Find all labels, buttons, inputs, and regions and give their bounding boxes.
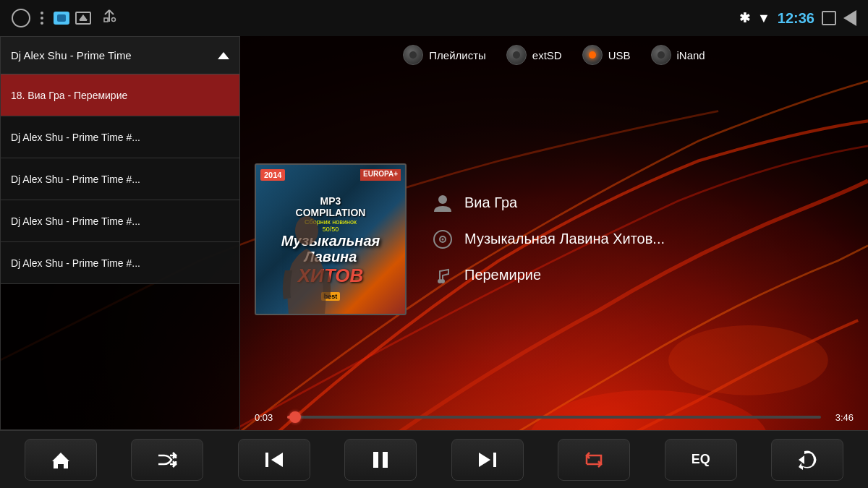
svg-rect-20 (383, 452, 388, 468)
svg-point-10 (295, 216, 318, 245)
svg-rect-19 (373, 452, 378, 468)
note-icon (431, 264, 454, 287)
app-icons (54, 12, 91, 25)
current-time: 0:03 (255, 412, 280, 423)
circle-icon (12, 9, 30, 27)
person-icon (431, 192, 454, 215)
main-content: Dj Alex Shu - Prime Time 18. Виа Гра - П… (0, 36, 868, 430)
eq-button[interactable]: EQ (665, 439, 737, 481)
repeat-button[interactable] (558, 439, 630, 481)
next-button[interactable] (451, 439, 524, 481)
playlist-header[interactable]: Dj Alex Shu - Prime Time (1, 37, 239, 74)
track-text: Перемирие (464, 267, 541, 283)
usb-icon (101, 9, 117, 28)
playlist-item[interactable]: Dj Alex Shu - Prime Time #... (1, 200, 239, 242)
playlist-item[interactable]: Dj Alex Shu - Prime Time #... (1, 242, 239, 284)
playlist-item[interactable]: 18. Виа Гра - Перемирие (1, 74, 239, 116)
playlist-title: Dj Alex Shu - Prime Time (11, 49, 132, 61)
disc-icon (431, 228, 454, 251)
bluetooth-icon: ✱ (739, 10, 750, 26)
wifi-icon: ▼ (757, 11, 770, 26)
progress-thumb[interactable] (289, 411, 301, 423)
svg-rect-3 (104, 18, 108, 22)
time-display: 12:36 (778, 10, 814, 27)
source-tab-usb[interactable]: USB (582, 45, 631, 65)
album-art: 2014 EUROPA+ MP3COMPILATION Сборник нови… (255, 163, 407, 315)
playlist-item-label: Dj Alex Shu - Prime Time #... (11, 132, 140, 143)
chevron-up-icon[interactable] (218, 52, 229, 59)
playlist-item[interactable]: Dj Alex Shu - Prime Time #... (1, 116, 239, 158)
source-tabs: ПлейлистыextSDUSBiNand (240, 36, 868, 74)
shuffle-button[interactable] (131, 439, 203, 481)
progress-bar[interactable] (287, 416, 821, 419)
source-tab-playlists[interactable]: Плейлисты (403, 45, 486, 65)
track-info: Виа Гра Музыкальная Лавина Хитов... (424, 192, 854, 287)
svg-marker-22 (479, 453, 490, 467)
playlist-item[interactable]: Dj Alex Shu - Prime Time #... (1, 158, 239, 200)
back-icon[interactable] (843, 10, 856, 26)
svg-rect-21 (493, 453, 496, 467)
playlist-item-label: 18. Виа Гра - Перемирие (11, 90, 127, 101)
svg-point-11 (438, 195, 447, 204)
source-tab-extsd[interactable]: extSD (506, 45, 562, 65)
svg-point-14 (442, 238, 444, 240)
tab-label-extsd: extSD (532, 49, 562, 61)
status-right-icons: ✱ ▼ 12:36 (739, 10, 856, 27)
album-row: Музыкальная Лавина Хитов... (431, 228, 854, 251)
svg-point-4 (112, 17, 116, 21)
track-row: Перемирие (431, 264, 854, 287)
svg-rect-17 (265, 453, 268, 467)
playlist-item-label: Dj Alex Shu - Prime Time #... (11, 174, 140, 185)
playlist-item-label: Dj Alex Shu - Prime Time #... (11, 257, 140, 269)
player-content: 2014 EUROPA+ MP3COMPILATION Сборник нови… (240, 74, 868, 404)
svg-point-16 (441, 279, 445, 283)
right-panel: ПлейлистыextSDUSBiNand 2014 EUROPA+ MP3C… (240, 36, 868, 430)
tab-label-inand: iNand (677, 49, 705, 61)
source-tab-inand[interactable]: iNand (651, 45, 705, 65)
tab-label-playlists: Плейлисты (429, 49, 486, 61)
play-pause-button[interactable] (344, 439, 417, 481)
bottom-bar: EQ (0, 430, 868, 488)
home-button[interactable] (25, 439, 97, 481)
prev-button[interactable] (238, 439, 310, 481)
eq-label: EQ (692, 452, 710, 467)
playlist-items: 18. Виа Гра - ПеремириеDj Alex Shu - Pri… (1, 74, 239, 284)
total-time: 3:46 (828, 412, 854, 423)
svg-marker-18 (271, 453, 283, 467)
menu-dots-icon[interactable] (41, 12, 43, 25)
tab-label-usb: USB (608, 49, 631, 61)
back-button[interactable] (771, 439, 843, 481)
playlist-item-label: Dj Alex Shu - Prime Time #... (11, 215, 140, 227)
left-panel: Dj Alex Shu - Prime Time 18. Виа Гра - П… (0, 36, 240, 430)
window-icon[interactable] (822, 11, 836, 25)
progress-area: 0:03 3:46 (240, 404, 868, 430)
status-bar: ✱ ▼ 12:36 (0, 0, 868, 36)
artist-row: Виа Гра (431, 192, 854, 215)
artist-text: Виа Гра (464, 194, 517, 211)
status-left-icons (12, 9, 117, 28)
album-text: Музыкальная Лавина Хитов... (464, 231, 665, 247)
